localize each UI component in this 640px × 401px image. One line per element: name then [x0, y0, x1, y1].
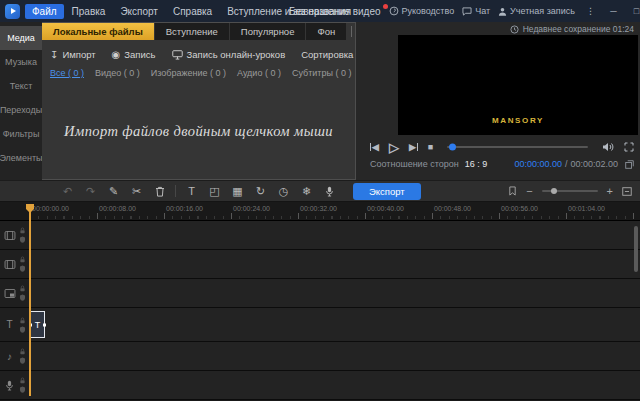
tab-popular[interactable]: Популярное: [230, 23, 306, 40]
zoom-slider-handle[interactable]: [551, 188, 557, 194]
track-lane[interactable]: [30, 279, 640, 307]
filter-audio[interactable]: Аудио ( 0 ): [237, 68, 281, 78]
guide-label: Руководство: [402, 6, 455, 16]
tab-intro[interactable]: Вступление: [155, 23, 229, 40]
filter-subtitles[interactable]: Субтитры ( 0 ): [292, 68, 352, 78]
play-button[interactable]: ▷: [389, 141, 399, 154]
redo-icon[interactable]: ↷: [79, 186, 102, 197]
empty-hint-text: Импорт файлов двойным щелчком мыши: [64, 123, 333, 140]
account-link[interactable]: Учетная запись: [498, 6, 575, 16]
seek-bar[interactable]: [447, 146, 588, 148]
account-label: Учетная запись: [510, 6, 575, 16]
track-lane[interactable]: [30, 250, 640, 278]
lock-icon[interactable]: [19, 256, 26, 263]
timeline-ruler[interactable]: 00:00:00.00 00:00:08.00 00:00:16.00 00:0…: [0, 202, 640, 221]
tab-local-files[interactable]: Локальные файлы: [42, 23, 154, 40]
zoom-in-icon[interactable]: +: [607, 185, 613, 197]
tab-background[interactable]: Фон: [306, 23, 346, 40]
import-label: Импорт: [62, 49, 95, 60]
sort-label: Сортировка: [301, 49, 353, 60]
text-clip[interactable]: T: [30, 311, 45, 338]
menu-item-help[interactable]: Справка: [166, 4, 219, 19]
minimize-button[interactable]: ─: [606, 6, 621, 16]
shield-icon[interactable]: [19, 326, 26, 333]
track-video-1: [0, 221, 640, 250]
lock-icon[interactable]: [19, 377, 26, 384]
zoom-out-icon[interactable]: −: [526, 185, 532, 197]
shield-icon[interactable]: [19, 386, 26, 393]
fullscreen-icon[interactable]: [624, 142, 634, 152]
track-lane[interactable]: [30, 342, 640, 370]
next-frame-button[interactable]: ▶: [409, 142, 418, 152]
ruler-label: 00:00:32.00: [300, 205, 337, 212]
track-lane[interactable]: [30, 221, 640, 249]
shield-icon[interactable]: [19, 236, 26, 243]
menu-item-edit[interactable]: Правка: [65, 4, 113, 19]
pip-track-icon: [3, 289, 16, 298]
kebab-menu-icon[interactable]: ⋮: [583, 6, 598, 16]
detach-preview-icon[interactable]: [625, 160, 634, 169]
export-button[interactable]: Экспорт: [353, 183, 421, 200]
fit-timeline-icon[interactable]: [622, 187, 632, 196]
duration-icon[interactable]: ◷: [272, 186, 295, 197]
menu-item-export[interactable]: Экспорт: [113, 4, 165, 19]
volume-icon[interactable]: [602, 142, 614, 152]
shield-icon[interactable]: [19, 294, 26, 301]
voiceover-icon[interactable]: [318, 186, 341, 197]
split-icon[interactable]: ✂: [125, 186, 148, 197]
timeline-vertical-scrollbar[interactable]: [634, 226, 638, 272]
filter-image[interactable]: Изображение ( 0 ): [151, 68, 226, 78]
marker-icon[interactable]: [508, 186, 517, 196]
shield-icon[interactable]: [19, 265, 26, 272]
time-separator: /: [565, 159, 568, 169]
sidebar-item-media[interactable]: Медиа: [0, 26, 42, 50]
clock-icon: [510, 25, 519, 34]
edit-icon[interactable]: ✎: [102, 186, 125, 197]
mosaic-icon[interactable]: ▦: [226, 186, 249, 197]
maximize-button[interactable]: □: [629, 6, 640, 16]
import-button[interactable]: ↧ Импорт: [50, 49, 96, 60]
seek-thumb[interactable]: [449, 144, 456, 151]
rotate-icon[interactable]: ↻: [249, 186, 272, 197]
filter-video[interactable]: Видео ( 0 ): [95, 68, 140, 78]
undo-icon[interactable]: ↶: [56, 186, 79, 197]
sort-button[interactable]: Сортировка ≡: [301, 49, 363, 60]
ruler-label: 00:00:24.00: [233, 205, 270, 212]
text-tool-icon[interactable]: T: [180, 186, 203, 197]
delete-icon[interactable]: [148, 186, 171, 197]
sidebar-item-filters[interactable]: Фильтры: [0, 122, 42, 146]
lock-icon[interactable]: [19, 348, 26, 355]
sidebar-item-text[interactable]: Текст: [0, 74, 42, 98]
lock-icon[interactable]: [19, 227, 26, 234]
menu-item-file[interactable]: Файл: [25, 4, 64, 19]
track-lane[interactable]: [30, 371, 640, 399]
filter-all[interactable]: Все ( 0 ): [50, 68, 84, 78]
ruler-label: 00:00:56.00: [501, 205, 538, 212]
playhead[interactable]: [29, 204, 31, 396]
track-header: ♪: [0, 342, 30, 370]
record-lesson-button[interactable]: Запись онлайн-уроков: [172, 49, 286, 60]
track-header: [0, 250, 30, 278]
app-logo[interactable]: [5, 4, 20, 19]
aspect-ratio-value[interactable]: 16 : 9: [465, 159, 488, 169]
track-header: T: [0, 308, 30, 341]
record-button[interactable]: ◉ Запись: [112, 49, 156, 60]
freeze-frame-icon[interactable]: ❄: [295, 186, 318, 197]
sidebar-item-transitions[interactable]: Переходы: [0, 98, 42, 122]
import-dropzone[interactable]: Импорт файлов двойным щелчком мыши: [42, 84, 355, 179]
crop-icon[interactable]: ◰: [203, 186, 226, 197]
prev-frame-icon: ◀: [372, 142, 379, 152]
media-actions: ↧ Импорт ◉ Запись Запись онлайн-уроков С…: [42, 40, 355, 60]
sidebar-item-music[interactable]: Музыка: [0, 50, 42, 74]
prev-frame-button[interactable]: ◀: [370, 142, 379, 152]
zoom-slider[interactable]: [542, 190, 598, 192]
lock-icon[interactable]: [19, 317, 26, 324]
guide-link[interactable]: Руководство: [389, 6, 455, 16]
chat-link[interactable]: Чат: [462, 6, 490, 16]
track-lane[interactable]: T: [30, 308, 640, 341]
stop-button[interactable]: ■: [428, 142, 433, 152]
sidebar-item-elements[interactable]: Элементы: [0, 146, 42, 170]
shield-icon[interactable]: [19, 357, 26, 364]
track-header: [0, 221, 30, 249]
lock-icon[interactable]: [19, 285, 26, 292]
